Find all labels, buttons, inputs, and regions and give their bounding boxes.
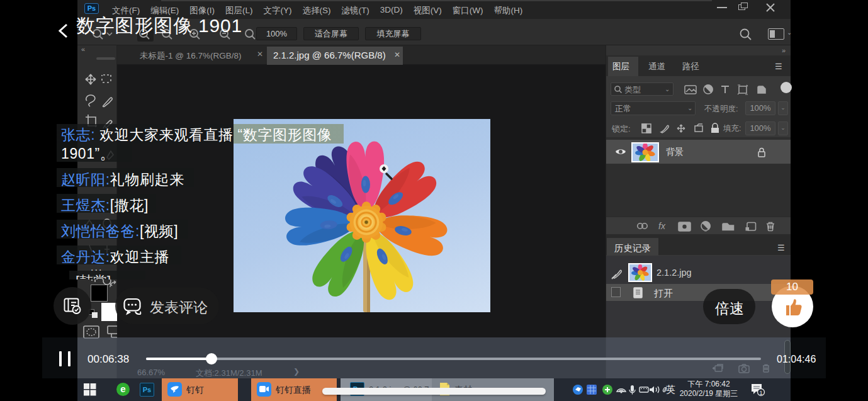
svg-text:fx: fx — [658, 221, 666, 231]
svg-text:1: 1 — [759, 390, 762, 396]
